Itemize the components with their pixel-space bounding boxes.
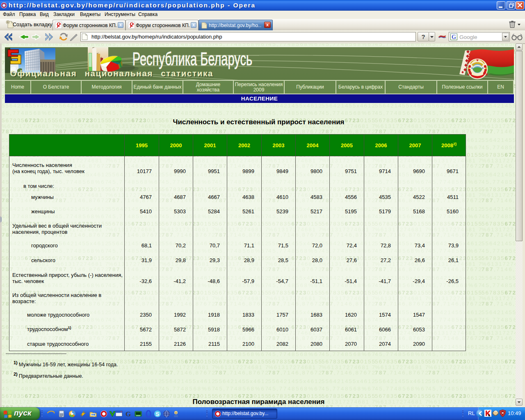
svg-text:S: S [156, 411, 160, 417]
svg-text:G: G [126, 410, 131, 418]
svg-text:Республика Беларусь: Республика Беларусь [132, 49, 252, 69]
svg-text:Официальная национальная ста: Официальная национальная статистика [10, 68, 213, 78]
svg-text:G: G [452, 34, 456, 40]
